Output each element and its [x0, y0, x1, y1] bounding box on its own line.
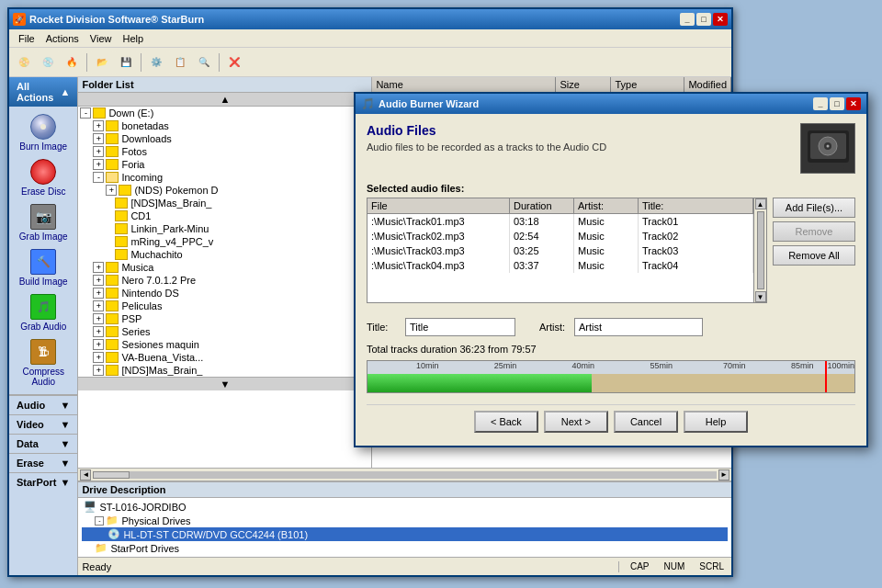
- audio-track-row-2[interactable]: :\Music\Track02.mp3 02:54 Music Track02: [368, 229, 753, 243]
- tree-item-musica[interactable]: + Musica: [78, 261, 371, 274]
- wizard-controls[interactable]: _ □ ✕: [813, 97, 861, 110]
- menu-file[interactable]: File: [13, 31, 40, 46]
- tree-item-toggle[interactable]: +: [93, 326, 104, 337]
- help-button[interactable]: Help: [684, 411, 748, 433]
- col-title[interactable]: Title:: [639, 198, 753, 213]
- category-audio[interactable]: Audio ▼: [9, 395, 77, 414]
- title-field-input[interactable]: [405, 318, 515, 336]
- category-erase[interactable]: Erase ▼: [9, 453, 77, 472]
- col-size[interactable]: Size: [556, 77, 611, 92]
- scroll-track[interactable]: [93, 471, 717, 479]
- sidebar-compress-audio[interactable]: 🗜 Compress Audio: [13, 335, 74, 390]
- tree-item-toggle[interactable]: +: [93, 288, 104, 299]
- tree-item-toggle[interactable]: +: [93, 275, 104, 286]
- remove-button[interactable]: Remove: [773, 221, 855, 242]
- remove-all-button[interactable]: Remove All: [773, 245, 855, 266]
- col-name[interactable]: Name: [372, 77, 556, 92]
- scroll-up-arrow[interactable]: ▲: [755, 198, 766, 209]
- scroll-thumb[interactable]: [757, 211, 764, 289]
- tree-item-bonetadas[interactable]: + bonetadas: [78, 119, 371, 132]
- tree-item-toggle[interactable]: +: [106, 185, 117, 196]
- back-button[interactable]: < Back: [474, 411, 538, 433]
- cancel-button[interactable]: Cancel: [614, 411, 678, 433]
- wizard-close[interactable]: ✕: [846, 97, 861, 110]
- maximize-button[interactable]: □: [696, 13, 711, 26]
- tree-item-foria[interactable]: + Foria: [78, 158, 371, 171]
- category-starport[interactable]: StarPort ▼: [9, 472, 77, 492]
- sidebar-erase-disc[interactable]: Erase Disc: [13, 155, 74, 200]
- next-button[interactable]: Next >: [544, 411, 608, 433]
- minimize-button[interactable]: _: [680, 13, 695, 26]
- col-file[interactable]: File: [368, 198, 510, 213]
- tree-item-linkin[interactable]: Linkin_Park-Minu: [78, 222, 371, 235]
- col-duration[interactable]: Duration: [510, 198, 574, 213]
- tree-item-nds-mas2[interactable]: + [NDS]Mas_Brain_: [78, 364, 371, 377]
- tree-item-nintendo[interactable]: + Nintendo DS: [78, 287, 371, 300]
- tree-item-toggle[interactable]: +: [93, 339, 104, 350]
- drive-toggle[interactable]: -: [95, 516, 104, 526]
- audio-track-row-4[interactable]: :\Music\Track04.mp3 03:37 Music Track04: [368, 258, 753, 273]
- tree-root-toggle[interactable]: -: [80, 107, 91, 119]
- audio-track-row-3[interactable]: :\Music\Track03.mp3 03:25 Music Track03: [368, 243, 753, 258]
- drive-item-cdrom[interactable]: 💿 HL-DT-ST CDRW/DVD GCC4244 (B101): [82, 527, 728, 541]
- tree-item-peliculas[interactable]: + Peliculas: [78, 300, 371, 312]
- scroll-right-button[interactable]: ►: [718, 469, 729, 481]
- tree-item-foria-toggle[interactable]: +: [93, 159, 104, 170]
- tree-item-toggle[interactable]: +: [93, 313, 104, 324]
- tree-item-bonetadas-toggle[interactable]: +: [93, 120, 104, 131]
- drive-item-starport[interactable]: 📁 StarPort Drives: [82, 541, 728, 555]
- tree-item-downloads[interactable]: + Downloads: [78, 132, 371, 145]
- tree-item-toggle[interactable]: +: [93, 262, 104, 273]
- audio-table-scrollbar[interactable]: ▲ ▼: [753, 198, 766, 302]
- tree-item-series[interactable]: + Series: [78, 325, 371, 338]
- tree-item-toggle[interactable]: +: [93, 365, 104, 376]
- category-video[interactable]: Video ▼: [9, 414, 77, 434]
- toolbar-btn-9[interactable]: ❌: [223, 51, 245, 74]
- toolbar-btn-1[interactable]: 📀: [13, 51, 35, 74]
- tree-item-toggle[interactable]: +: [93, 352, 104, 363]
- toolbar-btn-5[interactable]: 💾: [115, 51, 137, 74]
- folder-tree-scroll-down[interactable]: ▼: [78, 377, 371, 390]
- tree-root[interactable]: - Down (E:): [78, 107, 371, 119]
- scroll-left-button[interactable]: ◄: [80, 469, 91, 481]
- artist-field-input[interactable]: [574, 318, 703, 336]
- toolbar-btn-7[interactable]: 📋: [169, 51, 191, 74]
- col-artist[interactable]: Artist:: [574, 198, 639, 213]
- tree-item-mring[interactable]: mRing_v4_PPC_v: [78, 235, 371, 248]
- tree-item-nero[interactable]: + Nero 7.0.1.2 Pre: [78, 274, 371, 287]
- sidebar-grab-image[interactable]: 📷 Grab Image: [13, 200, 74, 245]
- tree-item-downloads-toggle[interactable]: +: [93, 133, 104, 144]
- close-button[interactable]: ✕: [713, 13, 728, 26]
- tree-item-toggle[interactable]: +: [93, 300, 104, 311]
- tree-item-va-buena[interactable]: + VA-Buena_Vista...: [78, 351, 371, 364]
- tree-item-fotos-toggle[interactable]: +: [93, 146, 104, 157]
- category-data[interactable]: Data ▼: [9, 434, 77, 453]
- tree-item-nds-mas[interactable]: [NDS]Mas_Brain_: [78, 197, 371, 209]
- folder-tree-scroll-up[interactable]: ▲: [78, 93, 371, 107]
- tree-item-muchachito[interactable]: Muchachito: [78, 248, 371, 261]
- title-bar-controls[interactable]: _ □ ✕: [680, 13, 728, 26]
- toolbar-btn-8[interactable]: 🔍: [193, 51, 215, 74]
- col-type[interactable]: Type: [611, 77, 684, 92]
- menu-actions[interactable]: Actions: [40, 31, 85, 46]
- menu-help[interactable]: Help: [117, 31, 149, 46]
- tree-item-cd1[interactable]: CD1: [78, 209, 371, 222]
- tree-item-fotos[interactable]: + Fotos: [78, 145, 371, 158]
- drive-item-physical[interactable]: - 📁 Physical Drives: [82, 514, 728, 527]
- scroll-down-arrow[interactable]: ▼: [755, 291, 766, 302]
- tree-item-psp[interactable]: + PSP: [78, 312, 371, 325]
- add-files-button[interactable]: Add File(s)...: [773, 198, 855, 218]
- col-modified[interactable]: Modified: [684, 77, 731, 92]
- sidebar-burn-image[interactable]: Burn Image: [13, 110, 74, 155]
- audio-track-row-1[interactable]: :\Music\Track01.mp3 03:18 Music Track01: [368, 214, 753, 229]
- drive-item-root[interactable]: 🖥️ ST-L016-JORDIBO: [82, 500, 728, 514]
- tree-item-incoming-toggle[interactable]: -: [93, 172, 104, 183]
- sidebar-build-image[interactable]: 🔨 Build Image: [13, 245, 74, 290]
- menu-view[interactable]: View: [85, 31, 118, 46]
- tree-item-sesiones[interactable]: + Sesiones maquin: [78, 338, 371, 351]
- tree-item-nds-pokemon[interactable]: + (NDS) Pokemon D: [78, 184, 371, 197]
- tree-item-incoming[interactable]: - Incoming: [78, 171, 371, 184]
- toolbar-btn-6[interactable]: ⚙️: [145, 51, 167, 74]
- sidebar-grab-audio[interactable]: 🎵 Grab Audio: [13, 290, 74, 335]
- h-scrollbar[interactable]: ◄ ►: [78, 468, 731, 481]
